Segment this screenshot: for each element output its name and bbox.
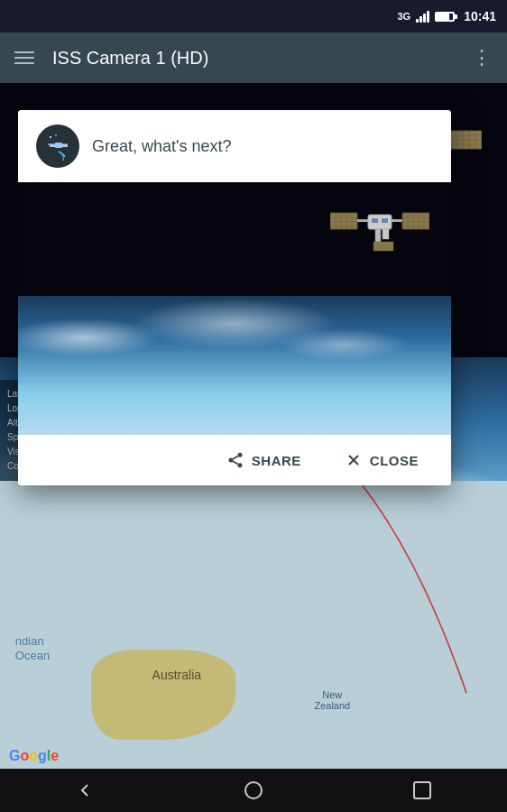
svg-rect-72 [414,782,430,798]
page-title: ISS Camera 1 (HD) [52,48,472,69]
svg-point-64 [237,453,242,457]
svg-rect-60 [383,229,389,239]
signal-indicator: 3G [398,11,411,22]
dialog-header: Great, what's next? [18,110,451,182]
nav-bar [0,769,507,812]
svg-rect-47 [368,215,392,229]
svg-line-68 [233,456,238,458]
svg-rect-50 [392,219,402,222]
close-icon [345,451,363,469]
svg-point-66 [237,463,242,467]
svg-rect-49 [382,218,388,223]
svg-rect-61 [373,242,393,251]
dialog-overlay: Great, what's next? [0,83,507,725]
battery-icon [435,12,455,22]
dialog-title: Great, what's next? [92,137,232,156]
google-logo: Google [9,748,59,764]
home-button[interactable] [235,772,272,808]
svg-rect-51 [402,213,429,229]
signal-bars [416,10,429,23]
svg-point-27 [55,134,57,136]
toolbar: ISS Camera 1 (HD) ⋮ [0,32,507,83]
more-options-button[interactable]: ⋮ [472,46,493,69]
dialog-image [18,182,451,435]
dialog-iss [330,202,429,265]
svg-point-71 [245,782,262,798]
svg-rect-46 [357,219,368,222]
dialog-clouds [18,296,451,435]
svg-rect-59 [375,229,381,242]
status-bar: 3G 10:41 [0,0,507,32]
back-button[interactable] [67,772,103,808]
share-button[interactable]: SHARE [208,442,319,478]
svg-line-67 [233,461,238,464]
svg-point-28 [48,143,50,145]
svg-rect-29 [55,143,62,148]
share-icon [226,451,244,469]
close-button[interactable]: CLOSE [327,442,437,478]
main-content: ndian Ocean Australia NewZealand Google … [0,83,507,769]
svg-rect-38 [330,213,357,229]
svg-rect-48 [372,218,378,223]
svg-point-26 [50,136,51,138]
dialog: Great, what's next? [18,110,451,485]
dialog-actions: SHARE CLOSE [18,435,451,485]
svg-point-65 [228,458,233,463]
recents-button[interactable] [404,772,440,808]
menu-button[interactable] [14,51,34,64]
dialog-app-icon [36,125,79,168]
clock: 10:41 [464,9,496,23]
